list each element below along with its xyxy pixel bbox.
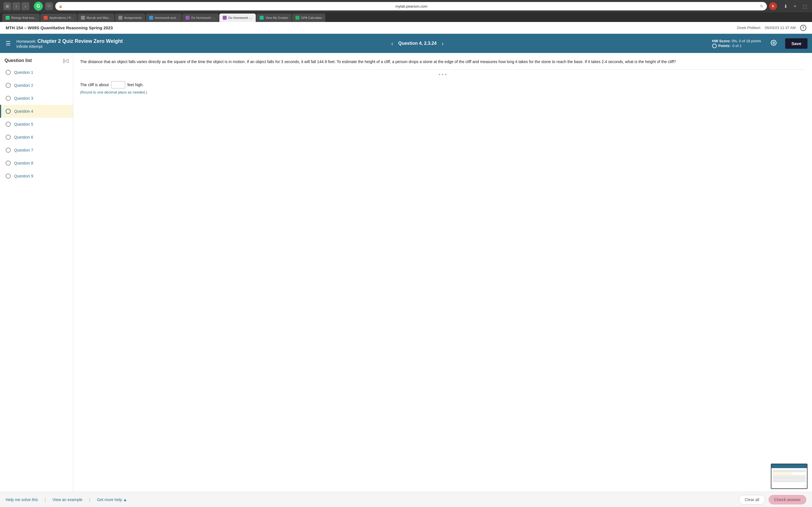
prev-question-btn[interactable]: ‹: [389, 39, 396, 48]
help-me-solve-btn[interactable]: Help me solve this: [6, 497, 38, 502]
tab-biology[interactable]: Biology final exa...: [2, 13, 40, 22]
points-circle-icon: [712, 44, 717, 48]
tab-favicon-view-grades: [260, 16, 264, 20]
more-btn[interactable]: ⬚: [801, 2, 809, 10]
mini-resize-handle[interactable]: ⬚: [804, 485, 806, 488]
clear-all-btn[interactable]: Clear all: [739, 495, 765, 504]
mini-line-3: [772, 473, 793, 475]
q-radio-4: [6, 109, 11, 114]
question-nav-label: Question 4, 2.3.24: [398, 41, 437, 46]
browser-actions: ⬇ + ⬚: [781, 2, 809, 10]
tab-label-mylab: MyLab and Mas...: [87, 16, 111, 19]
hw-points-line: Points: 0 of 1: [712, 44, 761, 48]
tab-favicon-mylab: [81, 16, 85, 20]
address-bar[interactable]: 🔒 mylab.pearson.com ↻: [55, 2, 767, 10]
hw-score-block: HW Score: 0%, 0 of 18 points Points: 0 o…: [712, 39, 761, 48]
mini-header: [771, 464, 807, 468]
q-radio-7: [6, 148, 11, 153]
new-tab-btn[interactable]: +: [791, 2, 799, 10]
tab-do-homework-2[interactable]: Do Homework -...: [219, 13, 256, 22]
bottom-actions: Clear all Check answer: [739, 495, 806, 504]
answer-prefix: The cliff is about: [80, 82, 109, 87]
main-layout: Question list |◁ Question 1 Question 2 Q…: [0, 53, 812, 492]
hw-label: Homework: Chapter 2 Quiz Review Zero Wei…: [16, 38, 123, 44]
tab-assignments[interactable]: Assignments: [115, 13, 145, 22]
collapse-sidebar-btn[interactable]: |◁: [63, 57, 68, 64]
course-title: MTH 154 – W09S Quantitative Reasoning Sp…: [6, 25, 113, 30]
q-label-2: Question 2: [14, 83, 33, 88]
q-label-4: Question 4: [14, 109, 33, 114]
window-tile-btn[interactable]: ⊞: [3, 2, 11, 10]
mini-line-8: [772, 481, 806, 482]
hw-menu-btn[interactable]: ☰: [4, 39, 12, 48]
get-more-help-btn[interactable]: Get more help ▲: [97, 497, 127, 502]
question-list-item-2[interactable]: Question 2: [0, 79, 73, 92]
tab-favicon-gpa: [296, 16, 299, 20]
points-value: 0 of 1: [732, 44, 742, 48]
question-list-item-6[interactable]: Question 6: [0, 131, 73, 144]
q-label-5: Question 5: [14, 122, 33, 126]
hint-text: (Round to one decimal place as needed.): [80, 90, 805, 94]
separator-1: |: [45, 497, 46, 502]
question-sidebar: Question list |◁ Question 1 Question 2 Q…: [0, 53, 73, 492]
mini-body: ⬚: [771, 468, 807, 489]
tab-label-biology: Biology final exa...: [11, 16, 36, 19]
tab-favicon-do-homework-2: [223, 16, 227, 20]
question-list-item-3[interactable]: Question 3: [0, 92, 73, 105]
hw-label-text: Homework:: [16, 39, 36, 44]
q-label-7: Question 7: [14, 148, 33, 152]
question-list-item-7[interactable]: Question 7: [0, 144, 73, 157]
hw-subtitle: Infinite Attempt: [16, 44, 123, 49]
question-list-item-8[interactable]: Question 8: [0, 157, 73, 170]
date-time: 05/03/23 11:37 AM: [765, 25, 796, 30]
q-label-6: Question 6: [14, 135, 33, 139]
next-question-btn[interactable]: ›: [439, 39, 447, 48]
header-right: Zineb Philibert 05/03/23 11:37 AM ?: [737, 25, 806, 31]
save-btn[interactable]: Save: [785, 38, 808, 49]
tab-favicon-assignments: [118, 16, 122, 20]
tab-homework-and[interactable]: Homework and...: [146, 13, 182, 22]
window-forward-btn[interactable]: ›: [21, 2, 29, 10]
hw-nav: ‹ Question 4, 2.3.24 ›: [389, 39, 446, 48]
q-radio-3: [6, 96, 11, 101]
hw-settings-btn[interactable]: [769, 38, 778, 49]
separator-2: |: [89, 497, 90, 502]
sidebar-title: Question list: [4, 58, 32, 63]
question-list-item-4[interactable]: Question 4: [0, 105, 73, 118]
question-list-item-9[interactable]: Question 9: [0, 170, 73, 182]
user-name: Zineb Philibert: [737, 25, 760, 30]
tab-gpa-calculator[interactable]: GPA Calculator: [292, 13, 325, 22]
help-circle-btn[interactable]: ?: [800, 25, 806, 31]
q-radio-5: [6, 122, 11, 127]
q-radio-9: [6, 173, 11, 179]
mini-line-5: [772, 477, 806, 478]
question-list-item-1[interactable]: Question 1: [0, 66, 73, 79]
tab-label-view-grades: View My Grades: [265, 16, 288, 19]
mini-screenshot-thumbnail: ⬚: [771, 464, 808, 489]
view-example-btn[interactable]: View an example: [52, 497, 82, 502]
check-answer-btn[interactable]: Check answer: [769, 495, 806, 504]
extension-icon[interactable]: 🛡: [45, 2, 53, 10]
tab-label-do-homework-2: Do Homework -...: [229, 16, 253, 19]
tab-favicon-do-homework-1: [186, 16, 190, 20]
tab-do-homework-1[interactable]: Do Homework -...: [182, 13, 219, 22]
hw-title-text: Chapter 2 Quiz Review Zero Weight: [38, 38, 123, 44]
points-label: Points:: [718, 44, 731, 48]
tab-applications[interactable]: Applications | R...: [40, 13, 77, 22]
mini-line-1: [772, 470, 806, 471]
answer-input[interactable]: [111, 81, 125, 89]
hw-score-value: 0%, 0 of 18 points: [732, 39, 761, 43]
mini-line-2: [772, 471, 806, 472]
tab-view-grades[interactable]: View My Grades: [256, 13, 292, 22]
profile-icon[interactable]: h: [769, 2, 777, 10]
mini-lines: [772, 470, 806, 482]
page-header: MTH 154 – W09S Quantitative Reasoning Sp…: [0, 22, 812, 34]
problem-text: The distance that an object falls varies…: [80, 59, 805, 65]
window-back-btn[interactable]: ‹: [12, 2, 20, 10]
tab-mylab[interactable]: MyLab and Mas...: [78, 13, 114, 22]
divider-dots: • • •: [80, 69, 805, 78]
window-controls: ⊞ ‹ ›: [3, 2, 29, 10]
reload-btn[interactable]: ↻: [760, 4, 763, 8]
question-list-item-5[interactable]: Question 5: [0, 118, 73, 131]
download-btn[interactable]: ⬇: [781, 2, 790, 10]
